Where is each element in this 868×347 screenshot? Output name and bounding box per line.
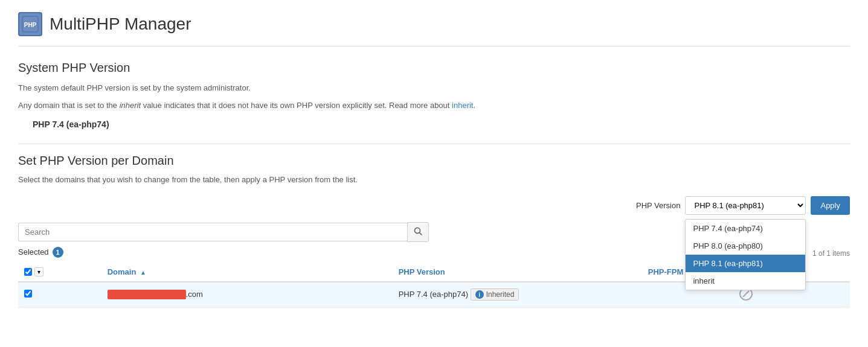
search-button[interactable] xyxy=(407,222,429,242)
system-php-section: System PHP Version The system default PH… xyxy=(18,61,850,129)
dropdown-popup: PHP 7.4 (ea-php74) PHP 8.0 (ea-php80) PH… xyxy=(685,219,806,290)
domain-tld: .com xyxy=(186,290,203,299)
set-version-desc: Select the domains that you wish to chan… xyxy=(18,175,850,184)
page-title: MultiPHP Manager xyxy=(50,14,191,34)
app-icon: PHP xyxy=(18,12,42,36)
dropdown-option-php81[interactable]: PHP 8.1 (ea-php81) xyxy=(686,255,805,272)
inherit-link[interactable]: inherit xyxy=(452,101,473,110)
svg-line-4 xyxy=(420,232,422,235)
page-header: PHP MultiPHP Manager xyxy=(18,12,850,46)
row-checkbox[interactable] xyxy=(24,290,32,298)
row-domain-cell: .com xyxy=(101,282,393,308)
selected-info: Selected 1 xyxy=(18,247,63,258)
domain-redacted xyxy=(108,290,186,299)
row-php-version: PHP 7.4 (ea-php74) xyxy=(399,290,468,299)
svg-text:PHP: PHP xyxy=(24,22,37,28)
inherited-label: Inherited xyxy=(486,290,515,299)
search-icon xyxy=(414,227,422,235)
inherited-badge: i Inherited xyxy=(471,288,519,301)
apply-button[interactable]: Apply xyxy=(811,196,850,215)
bulk-action-dropdown[interactable]: ▾ xyxy=(34,267,43,276)
php-version-label: PHP Version xyxy=(636,201,680,210)
selected-badge: 1 xyxy=(53,247,63,258)
row-php-version-cell: PHP 7.4 (ea-php74) i Inherited xyxy=(393,282,642,308)
search-input[interactable] xyxy=(18,223,407,241)
system-php-desc1: The system default PHP version is set by… xyxy=(18,82,850,95)
search-row xyxy=(18,222,429,242)
dropdown-wrapper: PHP 7.4 (ea-php74)PHP 8.0 (ea-php80)PHP … xyxy=(685,196,806,215)
controls-row: PHP Version PHP 7.4 (ea-php74)PHP 8.0 (e… xyxy=(18,196,850,215)
php-version-select[interactable]: PHP 7.4 (ea-php74)PHP 8.0 (ea-php80)PHP … xyxy=(685,196,806,215)
system-php-title: System PHP Version xyxy=(18,61,850,75)
th-domain[interactable]: Domain ▲ xyxy=(101,263,393,282)
info-icon: i xyxy=(475,290,484,299)
select-all-checkbox[interactable] xyxy=(24,268,32,276)
th-checkbox: ▾ xyxy=(18,263,101,282)
system-php-desc2: Any domain that is set to the inherit va… xyxy=(18,100,850,112)
set-version-section: Set PHP Version per Domain Select the do… xyxy=(18,154,850,308)
selected-label: Selected xyxy=(18,247,49,256)
dropdown-option-php80[interactable]: PHP 8.0 (ea-php80) xyxy=(686,237,805,255)
th-php-version: PHP Version xyxy=(393,263,642,282)
domain-sort-arrow: ▲ xyxy=(140,269,146,276)
row-checkbox-cell xyxy=(18,282,101,308)
current-php-version: PHP 7.4 (ea-php74) xyxy=(33,119,850,129)
dropdown-option-php74[interactable]: PHP 7.4 (ea-php74) xyxy=(686,220,805,237)
dropdown-option-inherit[interactable]: inherit xyxy=(686,272,805,290)
items-count: 1 of 1 items xyxy=(812,249,850,258)
set-version-title: Set PHP Version per Domain xyxy=(18,154,850,168)
